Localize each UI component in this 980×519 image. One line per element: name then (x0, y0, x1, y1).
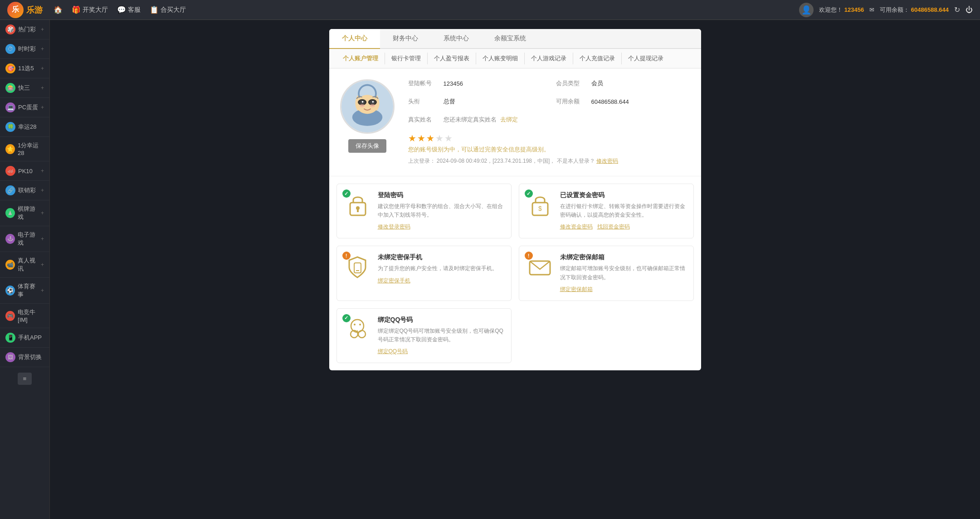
change-pwd-link[interactable]: 修改密码 (596, 158, 618, 164)
sidebar-item-pcdandan[interactable]: 💻 PC蛋蛋 + (0, 98, 49, 117)
available-balance-value: 60486588.644 (591, 98, 629, 105)
svg-point-11 (372, 101, 374, 103)
retrieve-fund-pwd-link[interactable]: 找回资金密码 (597, 223, 630, 231)
subtab-withdraw-record[interactable]: 个人提现记录 (622, 53, 670, 64)
mobile-icon-wrap: ! (344, 253, 371, 281)
login-pwd-icon-wrap: ✓ (344, 191, 371, 218)
qq-title: 绑定QQ号码 (378, 316, 504, 324)
sidebar-item-esports[interactable]: 🎮 电竞牛[IM] (0, 304, 49, 328)
subtab-account-manage[interactable]: 个人账户管理 (336, 53, 385, 64)
mobile-desc: 为了提升您的账户安全性，请及时绑定密保手机。 (378, 264, 504, 273)
star-3: ★ (426, 133, 434, 144)
security-card-fund-pwd: $ ✓ 已设置资金密码 在进行银行卡绑定、转账等资金操作时需要进行资金密码确认，… (519, 184, 694, 238)
mobileapp-icon: 📱 (5, 333, 15, 343)
tab-finance-center[interactable]: 财务中心 (380, 29, 431, 49)
subtab-account-detail[interactable]: 个人账变明细 (476, 53, 525, 64)
sidebar-item-11x5[interactable]: 🎯 11选5 + (0, 59, 49, 78)
avatar-container: 保存头像 (340, 79, 395, 165)
star-5: ★ (444, 133, 453, 144)
username-display: 123456 (844, 6, 864, 13)
expand-icon-pcdandan: + (41, 104, 44, 111)
sidebar-item-hotlottery[interactable]: 🎲 热门彩 + (0, 20, 49, 39)
real-name-link[interactable]: 去绑定 (500, 116, 518, 124)
email-links: 绑定密保邮箱 (560, 286, 686, 293)
bind-email-link[interactable]: 绑定密保邮箱 (560, 286, 593, 293)
qq-content: 绑定QQ号码 绑定绑定QQ号码可增加账号安全级别，也可确保QQ号码正常情况下取回… (378, 316, 504, 355)
security-stars: ★ ★ ★ ★ ★ (408, 133, 690, 144)
sidebar-item-pk10[interactable]: 🏎 PK10 + (0, 161, 49, 181)
subtab-pnl-report[interactable]: 个人盈亏报表 (428, 53, 476, 64)
expand-icon-live: + (41, 262, 44, 268)
star-1: ★ (408, 133, 416, 144)
expand-icon-hotlottery: + (41, 26, 44, 33)
kuaisan-icon: 🎰 (5, 83, 15, 93)
tab-personal-center[interactable]: 个人中心 (329, 29, 380, 49)
live-icon: 📹 (5, 260, 15, 270)
sidebar-item-lianxiao[interactable]: 🔗 联销彩 + (0, 181, 49, 200)
nav-home[interactable]: 🏠 (54, 5, 63, 14)
balance-amount: 60486588.644 (911, 6, 949, 13)
user-avatar (340, 79, 395, 134)
sidebar-item-live[interactable]: 📹 真人视讯 + (0, 252, 49, 278)
email-status-badge: ! (525, 252, 533, 260)
star-2: ★ (417, 133, 425, 144)
hotlottery-icon: 🎲 (5, 24, 15, 34)
1min28-icon: ⭐ (5, 144, 15, 154)
security-card-qq: ✓ 绑定QQ号码 绑定绑定QQ号码可增加账号安全级别，也可确保QQ号码正常情况下… (336, 308, 512, 363)
security-grid: ✓ 登陆密码 建议您使用字母和数字的组合、混合大小写、在组合中加入下划线等符号。… (329, 176, 701, 370)
esports-icon: 🎮 (5, 311, 15, 321)
realname-row: 真实姓名 您还未绑定真实姓名 去绑定 (408, 116, 542, 124)
level-value: 总督 (444, 97, 455, 106)
svg-rect-19 (354, 263, 361, 273)
tab-system-center[interactable]: 系统中心 (431, 29, 482, 49)
bind-mobile-link[interactable]: 绑定密保手机 (378, 277, 410, 285)
sidebar-item-egames[interactable]: 🕹 电子游戏 + (0, 226, 49, 252)
change-fund-pwd-link[interactable]: 修改资金密码 (560, 223, 593, 231)
sidebar-item-mobileapp[interactable]: 📱 手机APP (0, 328, 49, 348)
top-nav: 乐 乐游 🏠 🎁 开奖大厅 💬 客服 📋 合买大厅 👤 欢迎您！ 123456 … (0, 0, 980, 20)
sidebar-toggle-button[interactable]: ≡ (18, 373, 32, 385)
sidebar-item-kuaisan[interactable]: 🎰 快三 + (0, 78, 49, 98)
nav-hall[interactable]: 📋 合买大厅 (150, 5, 186, 14)
lock-icon-fund: $ (529, 193, 551, 218)
expand-icon-kuaisan: + (41, 85, 44, 91)
refresh-balance-button[interactable]: ↻ (954, 5, 960, 14)
expand-icon-lianxiao: + (41, 187, 44, 194)
lock-icon-login (346, 193, 369, 218)
user-avatar-small: 👤 (799, 3, 814, 17)
subtab-bankcard[interactable]: 银行卡管理 (385, 53, 428, 64)
svg-point-13 (370, 104, 375, 107)
expand-icon-pk10: + (41, 168, 44, 174)
fund-pwd-desc: 在进行银行卡绑定、转账等资金操作时需要进行资金密码确认，以提高您的资金安全性。 (560, 202, 686, 219)
save-avatar-button[interactable]: 保存头像 (348, 139, 386, 153)
sidebar-item-chess[interactable]: ♟ 棋牌游戏 + (0, 200, 49, 226)
egames-icon: 🕹 (5, 234, 15, 244)
nav-lottery[interactable]: 🎁 开奖大厅 (72, 5, 108, 14)
last-login-info: 上次登录： 2024-09-08 00:49:02，[223.74.201.19… (408, 157, 690, 165)
timecai-icon: ⏱ (5, 44, 15, 54)
main-tabs: 个人中心 财务中心 系统中心 余额宝系统 (329, 29, 701, 49)
mobile-links: 绑定密保手机 (378, 277, 504, 285)
qq-status-badge: ✓ (342, 314, 351, 322)
email-icon-wrap: ! (527, 253, 554, 281)
hall-icon: 📋 (150, 5, 159, 14)
sidebar-item-background[interactable]: 🖼 背景切换 (0, 348, 49, 367)
logout-button[interactable]: ⏻ (965, 6, 973, 14)
info-grid: 登陆帐号 123456 会员类型 会员 头衔 总督 可用余额 (408, 79, 690, 129)
nav-service[interactable]: 💬 客服 (117, 5, 141, 14)
sidebar-item-sports[interactable]: ⚽ 体育赛事 + (0, 278, 49, 304)
subtab-game-record[interactable]: 个人游戏记录 (525, 53, 573, 64)
background-icon: 🖼 (5, 352, 15, 362)
qq-icon-wrap: ✓ (344, 316, 371, 343)
sidebar-item-xingyu28[interactable]: 🍀 幸运28 (0, 117, 49, 137)
sidebar-item-1min28[interactable]: ⭐ 1分幸运28 (0, 137, 49, 161)
svg-rect-16 (357, 209, 359, 212)
subtab-topup-record[interactable]: 个人充值记录 (573, 53, 622, 64)
real-name-notice: 您还未绑定真实姓名 (444, 116, 497, 124)
email-content: 未绑定密保邮箱 绑定邮箱可增加账号安全级别，也可确保邮箱正常情况下取回资金密码。… (560, 253, 686, 293)
change-login-pwd-link[interactable]: 修改登录密码 (378, 223, 410, 231)
tab-balance-system[interactable]: 余额宝系统 (482, 29, 539, 49)
bind-qq-link[interactable]: 绑定QQ号码 (378, 348, 408, 355)
mail-icon[interactable]: ✉ (869, 6, 874, 13)
sidebar-item-timecai[interactable]: ⏱ 时时彩 + (0, 39, 49, 59)
